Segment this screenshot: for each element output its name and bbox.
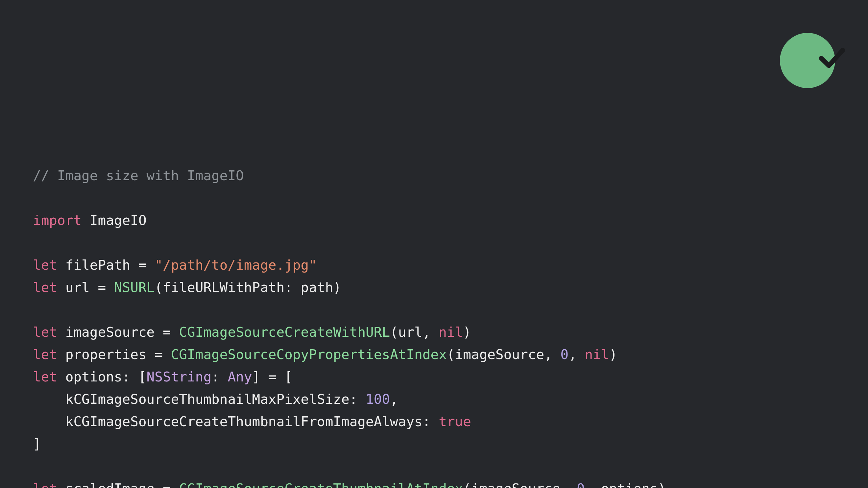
dict-key-2: kCGImageSourceCreateThumbnailFromImageAl… [33, 414, 439, 429]
type-NSString: NSString [147, 369, 211, 385]
kw-true: true [439, 414, 471, 429]
code-slide: // Image size with ImageIOimport ImageIO… [0, 0, 868, 488]
kw-let: let [33, 369, 57, 385]
fn-CGImageSourceCopyPropertiesAtIndex: CGImageSourceCopyPropertiesAtIndex [171, 346, 447, 362]
nsurl-args: (fileURLWithPath: path) [155, 279, 341, 295]
kw-let: let [33, 279, 57, 295]
ident-url: url [65, 279, 90, 295]
type-Any: Any [227, 369, 252, 385]
kw-import: import [33, 212, 82, 228]
fn-CGImageSourceCreateThumbnailAtIndex: CGImageSourceCreateThumbnailAtIndex [179, 481, 463, 488]
kw-let: let [33, 481, 57, 488]
string-literal: "/path/to/image.jpg" [155, 257, 317, 273]
code-comment: // Image size with ImageIO [33, 168, 244, 183]
num-100: 100 [366, 391, 390, 407]
ident-scaledImage: scaledImage [65, 481, 155, 488]
module-name: ImageIO [90, 212, 147, 228]
dict-key-1: kCGImageSourceThumbnailMaxPixelSize: [33, 391, 366, 407]
fn-CGImageSourceCreateWithURL: CGImageSourceCreateWithURL [179, 324, 390, 340]
status-badge [780, 33, 835, 88]
kw-let: let [33, 346, 57, 362]
type-NSURL: NSURL [114, 279, 155, 295]
close-bracket: ] [33, 436, 41, 452]
kw-nil: nil [439, 324, 463, 340]
ident-properties: properties [65, 346, 147, 362]
kw-let: let [33, 257, 57, 273]
checkmark-icon [766, 18, 849, 103]
num-0: 0 [561, 346, 569, 362]
num-0: 0 [577, 481, 585, 488]
code-block: // Image size with ImageIOimport ImageIO… [33, 164, 835, 488]
ident-filePath: filePath [65, 257, 130, 273]
ident-imageSource: imageSource [65, 324, 155, 340]
ident-options: options [65, 369, 122, 385]
kw-nil: nil [585, 346, 609, 362]
kw-let: let [33, 324, 57, 340]
